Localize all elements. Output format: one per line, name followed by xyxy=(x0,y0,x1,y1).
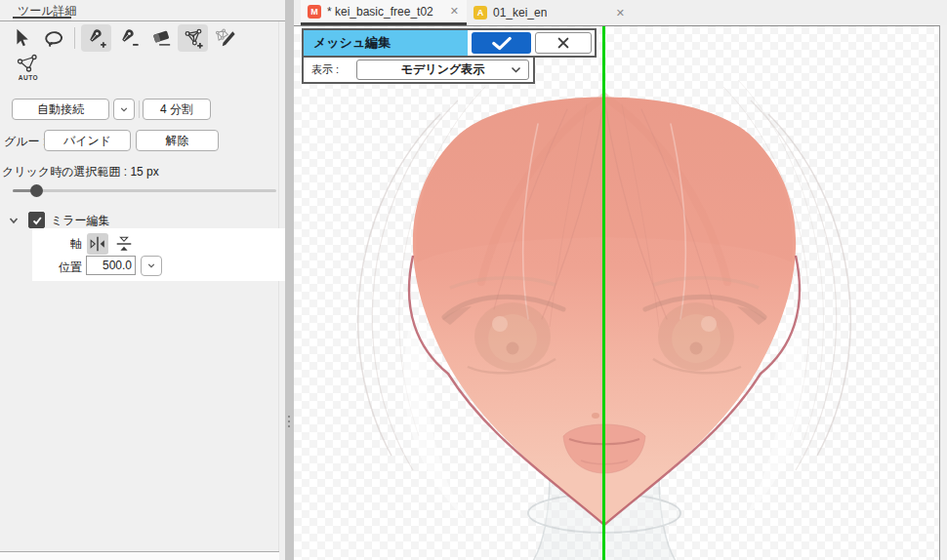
arrow-tool-button[interactable] xyxy=(6,24,36,52)
document-tab-model[interactable]: M * kei_basic_free_t02 ✕ xyxy=(301,0,467,25)
model-viewport[interactable]: メッシュ編集 表示 : モデリング表示 xyxy=(294,25,940,560)
pen-add-icon xyxy=(86,27,107,49)
panel-inner-border xyxy=(278,21,279,551)
button-divider xyxy=(139,100,140,118)
right-gutter xyxy=(940,25,947,560)
mirror-edit-checkbox[interactable] xyxy=(28,212,45,228)
selection-range-slider-handle[interactable] xyxy=(30,184,43,197)
cancel-mesh-edit-button[interactable] xyxy=(535,32,592,54)
position-label: 位置 xyxy=(56,260,82,276)
eraser-tool-button[interactable] xyxy=(145,24,176,52)
chevron-down-icon xyxy=(511,66,521,74)
mirror-position-dropdown-button[interactable] xyxy=(141,256,162,276)
display-mode-dropdown[interactable]: モデリング表示 xyxy=(356,60,529,80)
pen-remove-icon xyxy=(118,27,140,49)
auto-mesh-tool-button[interactable]: AUTO xyxy=(8,54,49,81)
document-tab-bar: M * kei_basic_free_t02 ✕ A 01_kei_en ✕ xyxy=(294,0,947,25)
panel-bottom-strip xyxy=(0,552,279,560)
model-file-icon: M xyxy=(308,5,321,19)
mirror-edit-label: ミラー編集 xyxy=(51,213,110,229)
app-window: ツール詳細 xyxy=(0,0,947,560)
mesh-toolbar xyxy=(5,24,241,52)
display-mode-row: 表示 : モデリング表示 xyxy=(302,58,535,84)
auto-mesh-icon xyxy=(16,54,41,72)
glue-label: グルー : xyxy=(4,134,46,150)
axis-label: 軸 xyxy=(56,236,82,253)
mesh-pen-icon xyxy=(215,27,236,49)
splitter-grip-icon xyxy=(288,416,290,418)
selection-range-label: クリック時の選択範囲 : 15 px xyxy=(2,164,159,180)
character-face-artwork xyxy=(294,26,940,560)
check-icon xyxy=(31,215,43,226)
check-icon xyxy=(491,36,513,51)
glue-bind-button[interactable]: バインド xyxy=(44,130,131,151)
flip-vertical-icon xyxy=(114,234,134,254)
display-mode-value: モデリング表示 xyxy=(401,61,484,78)
mesh-edit-header: メッシュ編集 xyxy=(302,28,597,58)
flip-horizontal-icon xyxy=(88,234,107,254)
chevron-down-icon xyxy=(8,215,20,226)
canvas-region: M * kei_basic_free_t02 ✕ A 01_kei_en ✕ xyxy=(294,0,947,560)
mesh-edit-panel: メッシュ編集 表示 : モデリング表示 xyxy=(302,28,597,84)
auto-connect-dropdown-button[interactable] xyxy=(113,99,135,120)
divide-4-button[interactable]: 4 分割 xyxy=(143,99,211,120)
document-tab-label: 01_kei_en xyxy=(493,6,547,20)
mesh-stroke-pen-button[interactable] xyxy=(210,24,240,52)
mesh-add-icon xyxy=(183,27,204,49)
confirm-mesh-edit-button[interactable] xyxy=(472,32,531,54)
auto-label: AUTO xyxy=(8,74,49,81)
close-icon xyxy=(556,36,570,50)
active-tab-underline xyxy=(13,17,71,19)
display-label: 表示 : xyxy=(311,58,339,82)
remove-point-pen-button[interactable] xyxy=(113,24,144,52)
document-tab-label: * kei_basic_free_t02 xyxy=(327,5,433,19)
mirror-section-collapse-button[interactable] xyxy=(8,215,20,229)
animation-file-icon: A xyxy=(474,6,487,20)
panel-separator xyxy=(0,20,285,21)
eraser-icon xyxy=(150,27,172,49)
mirror-axis-line xyxy=(602,26,605,560)
panel-splitter[interactable] xyxy=(285,0,294,560)
close-tab-icon[interactable]: ✕ xyxy=(616,8,625,19)
chevron-down-icon xyxy=(147,262,155,269)
tool-detail-panel: ツール詳細 xyxy=(0,0,285,560)
document-tab-animation[interactable]: A 01_kei_en ✕ xyxy=(467,0,633,25)
auto-connect-button[interactable]: 自動接続 xyxy=(12,99,109,120)
mirror-axis-horizontal-button[interactable] xyxy=(87,233,108,255)
add-mesh-vertex-button[interactable] xyxy=(178,24,208,52)
mesh-edit-title: メッシュ編集 xyxy=(304,30,468,56)
selection-range-slider-track[interactable] xyxy=(13,189,276,192)
lasso-icon xyxy=(43,27,64,49)
lasso-tool-button[interactable] xyxy=(38,24,68,52)
tool-detail-title: ツール詳細 xyxy=(18,4,77,18)
glue-release-button[interactable]: 解除 xyxy=(136,130,219,151)
toolbar-divider xyxy=(74,27,75,49)
add-point-pen-button[interactable] xyxy=(81,24,111,52)
arrow-cursor-icon xyxy=(11,27,32,49)
mirror-position-input[interactable] xyxy=(86,256,136,275)
close-tab-icon[interactable]: ✕ xyxy=(450,6,459,17)
chevron-down-icon xyxy=(120,106,128,113)
mirror-axis-vertical-button[interactable] xyxy=(113,233,135,255)
